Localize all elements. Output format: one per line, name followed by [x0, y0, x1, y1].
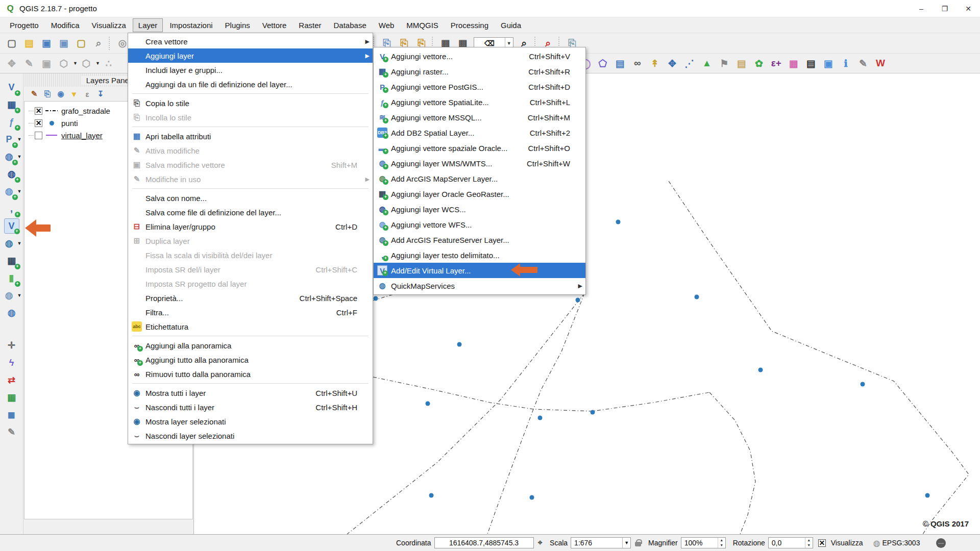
menu-item-aggiungi-da-un-file-di-definizione-del-layer[interactable]: Aggiungi da un file di definizione del l…	[128, 77, 373, 91]
menubar-item-database[interactable]: Database	[328, 18, 372, 32]
node-tool-icon[interactable]: ⬡	[56, 56, 71, 71]
menu-item-imposta-sr-del-i-layer[interactable]: Imposta SR del/i layerCtrl+Shift+C	[128, 262, 373, 277]
layer-name[interactable]: virtual_layer	[61, 131, 103, 140]
add-delimited-text-icon[interactable]: ,	[4, 201, 19, 216]
pan-map-icon[interactable]: ✥	[4, 56, 19, 71]
backspace-icon[interactable]: ⌫	[474, 39, 505, 47]
menubar-item-plugins[interactable]: Plugins	[219, 18, 256, 32]
color-grid-icon[interactable]: ▦	[786, 56, 801, 71]
mouse-position-icon[interactable]: ⌖	[538, 538, 543, 548]
add-wms-layer-icon[interactable]: ◍	[2, 149, 17, 164]
submenu-item-aggiungi-layer-wms-wmts[interactable]: ◍Aggiungi layer WMS/WMTS...Ctrl+Shift+W	[374, 156, 585, 171]
menu-item-mostra-layer-selezionati[interactable]: ◉Mostra layer selezionati	[128, 414, 373, 429]
menubar-item-layer[interactable]: Layer	[133, 18, 163, 32]
menu-item-mostra-tutti-i-layer[interactable]: ◉Mostra tutti i layerCtrl+Shift+U	[128, 386, 373, 400]
menu-item-salva-come-file-di-definizione-del-layer[interactable]: Salva come file di definizione del layer…	[128, 205, 373, 219]
measure-points-icon[interactable]: ⋰	[682, 56, 697, 71]
submenu-item-add-edit-virtual-layer[interactable]: VAdd/Edit Virtual Layer...	[374, 263, 585, 278]
submenu-item-aggiungi-layer-oracle-georaster[interactable]: ▦Aggiungi layer Oracle GeoRaster...	[374, 186, 585, 202]
menu-item-includi-layer-e-gruppi[interactable]: Includi layer e gruppi...	[128, 63, 373, 77]
vertex-tool-icon[interactable]: ∴	[101, 56, 116, 71]
globe-move-icon[interactable]: ✥	[665, 56, 680, 71]
menu-item-incolla-lo-stile[interactable]: ⎘Incolla lo stile	[128, 110, 373, 124]
messages-icon[interactable]: …	[936, 538, 946, 548]
save-edits-icon[interactable]: ▣	[39, 56, 54, 71]
expression-plus-icon[interactable]: ε+	[769, 56, 784, 71]
menu-item-nascondi-tutti-i-layer[interactable]: ⌣Nascondi tutti i layerCtrl+Shift+H	[128, 400, 373, 414]
blue-square-icon[interactable]: ◼	[4, 407, 19, 422]
menu-item-fissa-la-scala-di-visibilit-del-dei-layer[interactable]: Fissa la scala di visibilità del/dei lay…	[128, 248, 373, 262]
menu-item-elimina-layer-gruppo[interactable]: ⊟Elimina layer/gruppoCtrl+D	[128, 219, 373, 234]
chevron-down-icon[interactable]: ▼	[17, 154, 22, 159]
submenu-item-aggiungi-vettore-postgis[interactable]: PAggiungi vettore PostGIS...Ctrl+Shift+D	[374, 79, 585, 94]
menubar-item-raster[interactable]: Raster	[293, 18, 327, 32]
crop-plugin-icon[interactable]: ↟	[647, 56, 663, 71]
render-checkbox[interactable]: ✕	[818, 539, 826, 547]
minimize-button[interactable]: –	[910, 0, 933, 17]
chevron-down-icon[interactable]: ▼	[73, 61, 78, 66]
menubar-item-modifica[interactable]: Modifica	[45, 18, 85, 32]
wkt-icon[interactable]: W	[873, 56, 888, 71]
submenu-item-aggiungi-vettore-spaziale-oracle[interactable]: ▬Aggiungi vettore spaziale Oracle...Ctrl…	[374, 140, 585, 156]
menu-item-aggiungi-alla-panoramica[interactable]: ∞Aggiungi alla panoramica	[128, 338, 373, 353]
menubar-item-processing[interactable]: Processing	[445, 18, 494, 32]
menu-item-crea-vettore[interactable]: Crea vettore▶	[128, 34, 373, 48]
chevron-down-icon[interactable]: ▼	[95, 61, 100, 66]
rotation-spinner[interactable]: 0,0 ▲▼	[768, 537, 813, 548]
submenu-item-aggiungi-vettore[interactable]: VAggiungi vettore...Ctrl+Shift+V	[374, 48, 585, 64]
profile-plugin-icon[interactable]: ϟ	[4, 355, 19, 370]
magnifier-spinner[interactable]: 100% ▲▼	[681, 537, 726, 548]
submenu-item-aggiungi-vettore-mssql[interactable]: ≋Aggiungi vettore MSSQL...Ctrl+Shift+M	[374, 110, 585, 125]
chevron-down-icon[interactable]: ▼	[17, 137, 22, 142]
menu-item-salva-con-nome[interactable]: Salva con nome...	[128, 191, 373, 205]
scale-lock-icon[interactable]	[635, 542, 641, 546]
add-wcs-layer-icon[interactable]: ◍	[4, 166, 19, 182]
menubar-item-progetto[interactable]: Progetto	[4, 18, 44, 32]
polygon-nodes-icon[interactable]: ⬠	[595, 56, 610, 71]
menu-item-attiva-modifiche[interactable]: ✎Attiva modifiche	[128, 143, 373, 158]
manage-themes-icon[interactable]: ⎘	[41, 88, 54, 100]
menu-item-filtra[interactable]: Filtra...Ctrl+F	[128, 305, 373, 319]
menu-item-duplica-layer[interactable]: ⊞Duplica layer	[128, 234, 373, 248]
notes-icon[interactable]: ✎	[4, 424, 19, 440]
menubar-item-impostazioni[interactable]: Impostazioni	[164, 18, 218, 32]
layer-name[interactable]: punti	[61, 119, 78, 128]
coordinate-input[interactable]: 1616408.7,4885745.3	[434, 537, 534, 548]
add-raster-layer-icon[interactable]: ▦	[4, 97, 19, 112]
submenu-item-aggiungi-layer-wcs[interactable]: ◍Aggiungi layer WCS...	[374, 202, 585, 217]
toggle-editing-icon[interactable]: ✎	[21, 56, 37, 71]
save-project-icon[interactable]: ▣	[39, 36, 54, 51]
green-grid-icon[interactable]: ▦	[4, 390, 19, 405]
picture-icon[interactable]: ▣	[821, 56, 836, 71]
bug-report-icon[interactable]: ▤	[803, 56, 819, 71]
chevron-down-icon[interactable]: ▼	[17, 189, 22, 194]
submenu-item-add-arcgis-featureserver-layer[interactable]: ◍Add ArcGIS FeatureServer Layer...	[374, 232, 585, 247]
collapse-all-icon[interactable]: ↧	[94, 88, 107, 100]
menu-item-modifiche-in-uso[interactable]: ✎Modifiche in uso▶	[128, 172, 373, 186]
add-wfs-layer-icon[interactable]: ◍	[2, 184, 17, 199]
expand-all-icon[interactable]: ε	[81, 88, 93, 100]
crosshair-icon[interactable]: ✛	[4, 338, 19, 353]
layer-visibility-checkbox[interactable]: ✕	[35, 119, 42, 127]
info-cursor-icon[interactable]: ℹ	[838, 56, 853, 71]
menubar-item-visualizza[interactable]: Visualizza	[86, 18, 132, 32]
crs-globe-icon[interactable]: ◍	[873, 538, 880, 548]
coordinate-capture-icon[interactable]: ✿	[751, 56, 767, 71]
project-properties-icon[interactable]: ⌕	[91, 36, 106, 51]
add-virtual-layer-icon[interactable]: V	[4, 218, 19, 234]
submenu-item-add-db2-spatial-layer[interactable]: DB2Add DB2 Spatial Layer...Ctrl+Shift+2	[374, 125, 585, 140]
close-button[interactable]: ✕	[957, 0, 980, 17]
add-spatialite-layer-icon[interactable]: ƒ	[4, 114, 19, 130]
menu-item-aggiungi-layer[interactable]: Aggiungi layer▶	[128, 48, 373, 63]
menu-item-etichettatura[interactable]: abcEtichettatura	[128, 319, 373, 334]
chevron-down-icon[interactable]: ▼	[17, 293, 22, 298]
submenu-item-add-arcgis-mapserver-layer[interactable]: ◍Add ArcGIS MapServer Layer...	[374, 171, 585, 186]
menu-item-nascondi-layer-selezionati[interactable]: ⌣Nascondi layer selezionati	[128, 429, 373, 443]
submenu-item-aggiungi-vettore-wfs[interactable]: ◍Aggiungi vettore WFS...	[374, 217, 585, 232]
menu-item-copia-lo-stile[interactable]: ⎘Copia lo stile	[128, 96, 373, 110]
numbering-icon[interactable]: ▤	[612, 56, 628, 71]
sketch-pencil-icon[interactable]: ✎	[855, 56, 871, 71]
archive-drawer-icon[interactable]: ▤	[734, 56, 749, 71]
styling-dock-icon[interactable]: ✎	[28, 88, 40, 100]
menubar-item-vettore[interactable]: Vettore	[257, 18, 292, 32]
